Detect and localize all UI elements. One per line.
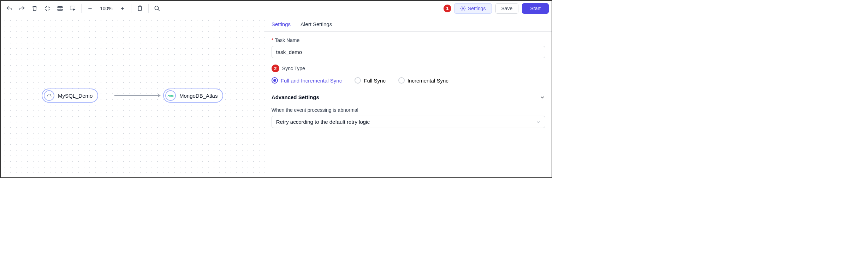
select-value: Retry according to the default retry log… [276, 119, 370, 125]
clipboard-button[interactable] [134, 3, 145, 14]
advanced-settings-label: Advanced Settings [272, 94, 319, 100]
radio-circle-icon [355, 77, 361, 84]
radio-incremental[interactable]: Incremental Sync [398, 77, 448, 84]
layout-button[interactable] [54, 3, 66, 14]
task-name-label: * Task Name [272, 37, 545, 43]
main-area: MySQL_Demo Atlas MongoDB_Atlas Settings … [1, 16, 552, 177]
tab-settings[interactable]: Settings [272, 21, 291, 27]
radio-label: Incremental Sync [408, 78, 448, 84]
redo-button[interactable] [16, 3, 28, 14]
radio-circle-icon [272, 77, 278, 84]
start-label: Start [530, 6, 541, 11]
save-button[interactable]: Save [495, 3, 519, 14]
svg-point-4 [155, 6, 159, 10]
divider [131, 4, 131, 13]
connection-arrow[interactable] [114, 95, 160, 96]
zoom-in-button[interactable] [117, 3, 128, 14]
toolbar: 100% 1 Settings Save Start [1, 1, 552, 16]
abnormal-event-label: When the event processing is abnormal [272, 107, 545, 113]
sync-type-radio-group: Full and Incremental Sync Full Sync Incr… [272, 77, 545, 84]
divider [81, 4, 82, 13]
start-button[interactable]: Start [522, 3, 549, 14]
atlas-icon: Atlas [165, 90, 176, 101]
required-mark: * [272, 37, 273, 43]
abnormal-event-select[interactable]: Retry according to the default retry log… [272, 116, 545, 128]
radio-label: Full Sync [364, 78, 386, 84]
radio-circle-icon [398, 77, 405, 84]
advanced-settings-toggle[interactable]: Advanced Settings [272, 91, 545, 104]
sync-type-label: Sync Type [282, 66, 305, 71]
select-button[interactable] [67, 3, 78, 14]
task-name-input[interactable] [272, 46, 545, 58]
node-mongodb[interactable]: Atlas MongoDB_Atlas [163, 89, 223, 103]
annotation-badge-2: 2 [272, 65, 279, 72]
mysql-icon [44, 90, 54, 101]
radio-full[interactable]: Full Sync [355, 77, 386, 84]
settings-button[interactable]: Settings [454, 3, 492, 14]
gear-icon [460, 6, 466, 11]
zoom-level: 100% [97, 6, 115, 11]
tab-alert-settings[interactable]: Alert Settings [301, 21, 332, 27]
svg-point-6 [50, 94, 50, 95]
search-button[interactable] [151, 3, 163, 14]
zoom-out-button[interactable] [84, 3, 96, 14]
node-mysql[interactable]: MySQL_Demo [42, 89, 98, 103]
annotation-badge-1: 1 [444, 5, 451, 12]
svg-rect-1 [58, 9, 63, 10]
delete-button[interactable] [29, 3, 40, 14]
save-label: Save [501, 6, 513, 11]
settings-panel: Settings Alert Settings * Task Name 2 Sy… [265, 16, 552, 177]
canvas[interactable]: MySQL_Demo Atlas MongoDB_Atlas [1, 16, 265, 177]
settings-label: Settings [468, 6, 486, 11]
undo-button[interactable] [4, 3, 15, 14]
node-label: MySQL_Demo [58, 93, 93, 99]
node-label: MongoDB_Atlas [179, 93, 218, 99]
chevron-down-icon [540, 95, 545, 100]
radio-full-incremental[interactable]: Full and Incremental Sync [272, 77, 342, 84]
chevron-down-icon [536, 120, 541, 124]
svg-point-5 [462, 8, 464, 9]
tabs: Settings Alert Settings [265, 16, 552, 32]
svg-rect-0 [58, 6, 63, 7]
radio-label: Full and Incremental Sync [281, 78, 342, 84]
divider [148, 4, 149, 13]
center-button[interactable] [42, 3, 53, 14]
svg-rect-3 [138, 6, 141, 11]
